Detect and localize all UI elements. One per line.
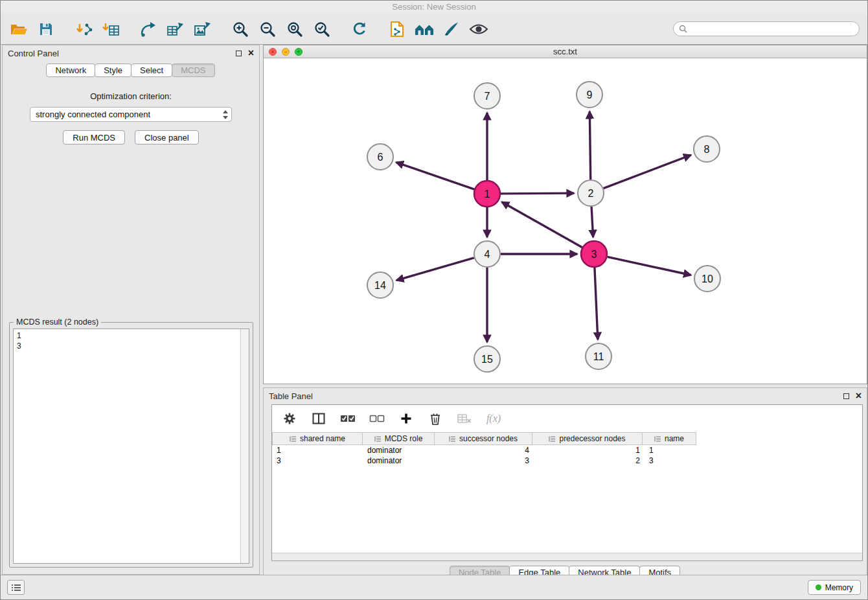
cell-predecessor-nodes: 2 [534, 456, 645, 466]
graph-edge-2-9[interactable] [589, 111, 590, 179]
graph-node-label-4: 4 [485, 249, 490, 260]
column-header-predecessor-nodes[interactable]: predecessor nodes [532, 432, 643, 445]
column-type-icon [549, 435, 556, 443]
control-panel-tabs: NetworkStyleSelectMCDS [3, 63, 259, 77]
task-history-button[interactable] [7, 580, 25, 595]
search-input[interactable] [691, 25, 854, 34]
optimization-criterion-label: Optimization criterion: [3, 91, 259, 101]
column-header-successor-nodes[interactable]: successor nodes [434, 432, 532, 445]
float-panel-icon[interactable] [236, 51, 242, 56]
apply-style-icon[interactable] [441, 19, 462, 40]
mcds-result-title: MCDS result (2 nodes) [14, 317, 101, 327]
create-column-icon[interactable] [398, 411, 414, 426]
clear-selection-icon[interactable] [369, 411, 385, 426]
table-horizontal-scrollbar[interactable] [272, 553, 862, 560]
cell-shared-name: 3 [272, 456, 363, 466]
close-panel-button[interactable]: Close panel [135, 130, 199, 144]
save-session-icon[interactable] [36, 19, 56, 40]
network-window-titlebar: scc.txt × − + [264, 45, 867, 58]
toolbar-search[interactable] [673, 21, 860, 36]
memory-button[interactable]: Memory [808, 580, 861, 595]
table-panel: Table Panel × [263, 387, 867, 576]
tab-style[interactable]: Style [95, 63, 131, 77]
zoom-in-icon[interactable] [230, 19, 251, 40]
show-graphics-details-icon[interactable] [468, 19, 489, 40]
delete-columns-icon[interactable] [428, 411, 443, 426]
dropdown-stepper-icon [222, 110, 229, 120]
show-column-panel-icon[interactable] [311, 411, 326, 426]
cell-name: 3 [645, 456, 699, 466]
graph-node-label-14: 14 [374, 280, 386, 291]
tab-network[interactable]: Network [46, 63, 95, 77]
table-row[interactable]: 1dominator411 [272, 445, 862, 456]
graph-node-label-8: 8 [704, 144, 710, 155]
cell-shared-name: 1 [272, 445, 363, 456]
graph-node-label-15: 15 [481, 354, 493, 365]
column-type-icon [374, 435, 382, 443]
graph-node-label-1: 1 [485, 189, 490, 200]
tab-select[interactable]: Select [131, 63, 172, 77]
toolbar-group-view [387, 19, 489, 40]
cell-predecessor-nodes: 1 [534, 445, 645, 456]
import-network-icon[interactable] [73, 19, 94, 40]
export-image-icon[interactable] [192, 19, 213, 40]
zoom-fit-icon[interactable] [284, 19, 305, 40]
control-panel: Control Panel × NetworkStyleSelectMCDS O… [2, 45, 260, 575]
table-row[interactable]: 3dominator323 [272, 456, 862, 466]
graph-edge-2-3[interactable] [591, 207, 593, 237]
zoom-selected-icon[interactable] [312, 19, 332, 40]
close-table-panel-icon[interactable]: × [856, 392, 862, 400]
graph-edge-1-6[interactable] [396, 162, 475, 189]
mcds-result-line: 1 [17, 330, 237, 341]
cell-name: 1 [645, 445, 699, 456]
open-in-browser-icon[interactable] [387, 19, 407, 40]
column-label: shared name [300, 434, 345, 443]
criterion-dropdown[interactable]: strongly connected component [30, 107, 232, 122]
import-table-icon[interactable] [100, 19, 121, 40]
graph-edge-4-14[interactable] [396, 258, 474, 281]
mcds-result-group: MCDS result (2 nodes) 13 [9, 322, 253, 568]
table-panel-header: Table Panel × [264, 388, 867, 404]
control-panel-header: Control Panel × [3, 45, 259, 61]
graph-edge-3-11[interactable] [595, 268, 598, 340]
export-table-icon[interactable] [165, 19, 186, 40]
export-network-icon[interactable] [138, 19, 159, 40]
column-type-icon [290, 435, 297, 443]
column-header-MCDS-role[interactable]: MCDS role [362, 432, 435, 445]
graph-node-label-3: 3 [591, 249, 597, 260]
show-hide-panels-icon[interactable] [414, 19, 435, 40]
column-label: predecessor nodes [559, 434, 625, 443]
cell-successor-nodes: 4 [435, 445, 534, 456]
toolbar-group-refresh [349, 19, 370, 40]
network-graph[interactable]: 7968124314101511 [264, 58, 867, 384]
graph-node-label-10: 10 [702, 273, 713, 284]
select-all-rows-icon[interactable] [340, 411, 356, 426]
column-header-name[interactable]: name [642, 432, 696, 445]
tab-mcds[interactable]: MCDS [172, 63, 214, 77]
open-session-icon[interactable] [8, 19, 29, 40]
graph-edge-1-2[interactable] [501, 193, 574, 194]
mcds-result-area[interactable]: 13 [13, 329, 249, 564]
window-titlebar: Session: New Session [1, 1, 867, 14]
result-scrollbar[interactable] [240, 329, 249, 563]
column-label: MCDS role [385, 434, 423, 443]
fx-label: f(x) [486, 413, 501, 424]
zoom-out-icon[interactable] [257, 19, 278, 40]
graph-edge-3-10[interactable] [608, 257, 691, 275]
toolbar-group-zoom [230, 19, 332, 40]
memory-label: Memory [825, 583, 853, 592]
table-settings-icon[interactable] [282, 411, 297, 426]
column-header-shared-name[interactable]: shared name [272, 432, 363, 445]
mcds-result-list: 13 [14, 329, 240, 563]
toolbar-group-session [8, 19, 56, 40]
graph-edge-3-1[interactable] [502, 202, 582, 248]
run-mcds-button[interactable]: Run MCDS [63, 130, 125, 144]
float-table-panel-icon[interactable] [843, 393, 849, 399]
graph-edge-2-8[interactable] [604, 155, 691, 188]
table-body: 1dominator4113dominator323 [272, 445, 862, 466]
close-panel-icon[interactable]: × [248, 49, 254, 57]
main-toolbar [1, 14, 867, 45]
cell-MCDS-role: dominator [363, 456, 435, 466]
cell-successor-nodes: 3 [435, 456, 534, 466]
refresh-icon[interactable] [349, 19, 370, 40]
